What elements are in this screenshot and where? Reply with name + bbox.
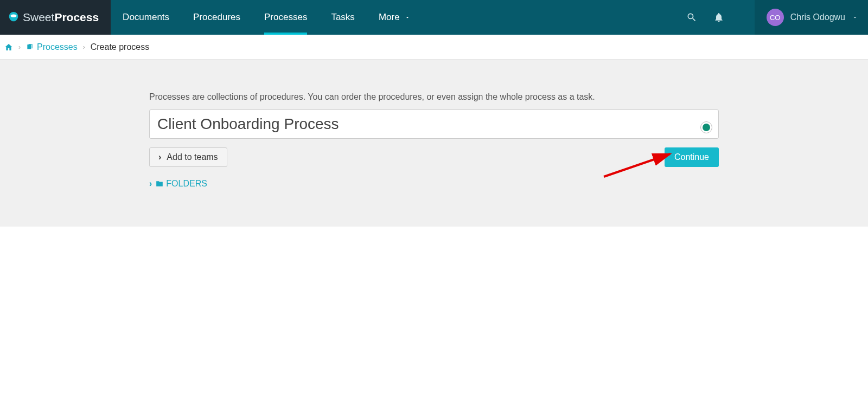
svg-point-0 [11,15,17,18]
nav-processes[interactable]: Processes [252,0,319,35]
breadcrumb-processes-label: Processes [37,42,78,52]
nav-processes-label: Processes [264,12,307,23]
process-title-input[interactable] [149,109,719,139]
add-to-teams-button[interactable]: › Add to teams [149,147,227,167]
folders-label: FOLDERS [166,179,207,189]
home-icon [4,43,13,51]
nav-documents[interactable]: Documents [111,0,181,35]
breadcrumb-separator: › [83,43,85,51]
nav-tasks-label: Tasks [331,12,354,23]
nav-procedures[interactable]: Procedures [181,0,252,35]
breadcrumb-separator: › [18,43,21,51]
brand-text: SweetProcess [23,11,99,24]
content-area: Processes are collections of procedures.… [0,60,868,227]
main-nav: Documents Procedures Processes Tasks Mor… [111,0,423,35]
add-to-teams-label: Add to teams [167,152,218,162]
breadcrumb-current: Create process [91,42,150,52]
avatar: CO [767,9,784,26]
stack-icon [26,43,34,51]
user-menu[interactable]: CO Chris Odogwu [755,0,868,35]
chevron-right-icon: › [149,179,152,189]
folders-toggle[interactable]: › FOLDERS [149,179,207,189]
form-hint: Processes are collections of procedures.… [149,92,719,102]
folder-icon [155,180,164,188]
nav-tasks[interactable]: Tasks [319,0,366,35]
brand-icon [8,11,20,23]
chevron-down-icon [404,14,411,21]
search-icon[interactable] [685,11,698,24]
nav-more-label: More [379,12,400,23]
nav-more[interactable]: More [367,0,423,35]
user-name: Chris Odogwu [790,12,845,22]
breadcrumb-home[interactable] [4,43,13,51]
top-right-icons: CO Chris Odogwu [685,0,868,35]
nav-documents-label: Documents [123,12,169,23]
grammarly-icon[interactable] [700,121,712,133]
chevron-right-icon: › [158,152,161,162]
bell-icon[interactable] [712,11,725,24]
brand-logo[interactable]: SweetProcess [0,0,111,35]
nav-procedures-label: Procedures [193,12,240,23]
breadcrumb-processes[interactable]: Processes [26,42,78,52]
top-nav: SweetProcess Documents Procedures Proces… [0,0,868,35]
continue-label: Continue [674,152,709,162]
chevron-down-icon [852,14,858,21]
breadcrumb: › Processes › Create process [0,35,868,60]
continue-button[interactable]: Continue [665,147,719,167]
